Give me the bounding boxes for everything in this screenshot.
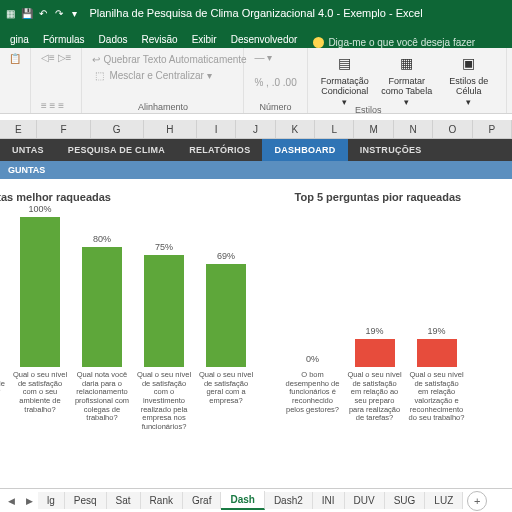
- tell-me[interactable]: Diga-me o que você deseja fazer: [313, 37, 475, 48]
- sheet-tab[interactable]: Pesq: [65, 492, 107, 509]
- cell-styles-button[interactable]: ▣ Estilos de Célula▾: [440, 51, 498, 107]
- sheet-tab[interactable]: lg: [38, 492, 65, 509]
- sheet-tab[interactable]: Rank: [141, 492, 183, 509]
- charts-area: perguntas melhor raqueadas 100%100%80%75…: [0, 179, 512, 449]
- categories: O bom desempenho de funcionários é recon…: [285, 371, 512, 423]
- ribbon-tab[interactable]: Desenvolvedor: [225, 31, 304, 48]
- sheet-tab[interactable]: Dash: [221, 491, 264, 510]
- sheet-tab[interactable]: Dash2: [265, 492, 313, 509]
- bar-rect: [206, 264, 246, 368]
- col-header[interactable]: H: [144, 120, 197, 138]
- col-header[interactable]: M: [354, 120, 393, 138]
- chart-title: Top 5 perguntas pior raqueadas: [295, 191, 512, 203]
- number-dropdown[interactable]: — ▾: [252, 51, 298, 64]
- ribbon-tab[interactable]: Revisão: [136, 31, 184, 48]
- ribbon-tab[interactable]: Exibir: [186, 31, 223, 48]
- nav-item[interactable]: RELATÓRIOS: [177, 139, 262, 161]
- bar-value-label: 0%: [306, 354, 319, 364]
- col-header[interactable]: O: [433, 120, 472, 138]
- sheet-tabs: ◀ ▶ lgPesqSatRankGrafDashDash2INIDUVSUGL…: [0, 488, 512, 512]
- bar: 100%: [12, 204, 68, 367]
- sheet-tab[interactable]: Sat: [107, 492, 141, 509]
- redo-icon[interactable]: ↷: [52, 7, 65, 20]
- wrap-icon: ↩: [92, 52, 100, 66]
- col-header[interactable]: E: [0, 120, 37, 138]
- nav-item[interactable]: UNTAS: [0, 139, 56, 161]
- fmt-table-label: Formatar como Tabela: [378, 76, 436, 96]
- merge-button[interactable]: ⬚Mesclar e Centralizar ▾: [90, 67, 235, 83]
- tell-me-label: Diga-me o que você deseja fazer: [328, 37, 475, 48]
- fmt-table-icon: ▦: [395, 51, 419, 75]
- ribbon-tab[interactable]: Fórmulas: [37, 31, 91, 48]
- wrap-text-button[interactable]: ↩Quebrar Texto Automaticamente: [90, 51, 235, 67]
- ribbon-tab[interactable]: gina: [4, 31, 35, 48]
- bar: 19%: [409, 326, 465, 368]
- sheet-tab[interactable]: LUZ: [425, 492, 463, 509]
- align-group-label: Alinhamento: [90, 102, 235, 112]
- bar-value-label: 80%: [93, 234, 111, 244]
- bar: 75%: [136, 242, 192, 368]
- cond-fmt-icon: ▤: [333, 51, 357, 75]
- ribbon-clipboard: 📋: [0, 48, 31, 113]
- bar: 0%: [285, 354, 341, 367]
- col-header[interactable]: J: [236, 120, 275, 138]
- undo-icon[interactable]: ↶: [36, 7, 49, 20]
- category-label: Qual o seu nível de satisfação geral com…: [198, 371, 254, 431]
- bar-value-label: 19%: [428, 326, 446, 336]
- format-table-button[interactable]: ▦ Formatar como Tabela▾: [378, 51, 436, 107]
- nav-row: UNTASPESQUISA DE CLIMARELATÓRIOSDASHBOAR…: [0, 139, 512, 161]
- sheet-tab[interactable]: INI: [313, 492, 345, 509]
- col-header[interactable]: K: [276, 120, 315, 138]
- bar: 100%: [0, 204, 6, 367]
- save-icon[interactable]: 💾: [20, 7, 33, 20]
- indent-decrease-icon[interactable]: ◁≡ ▷≡: [39, 51, 73, 64]
- excel-icon: ▦: [4, 7, 17, 20]
- category-label: Qual o seu nível de satisfação com o inv…: [136, 371, 192, 431]
- ribbon-tabs: gina Fórmulas Dados Revisão Exibir Desen…: [0, 26, 512, 48]
- tab-next-icon[interactable]: ▶: [20, 492, 38, 510]
- subnav-label: GUNTAS: [8, 165, 45, 175]
- align-icon[interactable]: ≡ ≡ ≡: [39, 99, 73, 112]
- col-header[interactable]: I: [197, 120, 236, 138]
- col-header[interactable]: L: [315, 120, 354, 138]
- ribbon-tab[interactable]: Dados: [93, 31, 134, 48]
- bars: 0%19%19%: [285, 217, 512, 367]
- conditional-format-button[interactable]: ▤ Formatação Condicional▾: [316, 51, 374, 107]
- wrap-label: Quebrar Texto Automaticamente: [103, 54, 246, 65]
- cell-styles-icon: ▣: [457, 51, 481, 75]
- category-label: Qual o seu nível de satisfação com o seu…: [12, 371, 68, 431]
- sheet-tab[interactable]: Graf: [183, 492, 221, 509]
- number-group-label: Número: [252, 102, 298, 112]
- cell-styles-label: Estilos de Célula: [440, 76, 498, 96]
- quick-access: ▦ 💾 ↶ ↷ ▾: [4, 7, 81, 20]
- bar: 80%: [74, 234, 130, 367]
- chart-title: perguntas melhor raqueadas: [0, 191, 267, 203]
- nav-item[interactable]: PESQUISA DE CLIMA: [56, 139, 177, 161]
- col-header[interactable]: F: [37, 120, 90, 138]
- sheet-tab[interactable]: SUG: [385, 492, 426, 509]
- bar-value-label: 75%: [155, 242, 173, 252]
- ribbon: 📋 ◁≡ ▷≡ ≡ ≡ ≡ ↩Quebrar Texto Automaticam…: [0, 48, 512, 114]
- clipboard-icon[interactable]: 📋: [8, 51, 22, 65]
- tab-prev-icon[interactable]: ◀: [2, 492, 20, 510]
- dropdown-icon[interactable]: ▾: [68, 7, 81, 20]
- nav-item[interactable]: DASHBOARD: [262, 139, 347, 161]
- add-sheet-icon[interactable]: +: [467, 491, 487, 511]
- styles-group-label: Estilos: [355, 105, 382, 115]
- col-header[interactable]: G: [91, 120, 144, 138]
- nav-item[interactable]: INSTRUÇÕES: [348, 139, 434, 161]
- bar-value-label: 19%: [366, 326, 384, 336]
- bar-rect: [82, 247, 122, 367]
- bar-rect: [144, 255, 184, 368]
- category-label: O bom desempenho de funcionários é recon…: [285, 371, 341, 423]
- bar-value-label: 100%: [28, 204, 51, 214]
- bar: 19%: [347, 326, 403, 368]
- sheet-tab[interactable]: DUV: [345, 492, 385, 509]
- number-icons[interactable]: % , .0 .00: [252, 76, 298, 89]
- chart-worst: Top 5 perguntas pior raqueadas 0%19%19% …: [285, 191, 512, 449]
- col-header[interactable]: N: [394, 120, 433, 138]
- subnav-row: GUNTAS: [0, 161, 512, 179]
- col-header[interactable]: P: [473, 120, 512, 138]
- bar-value-label: 69%: [217, 251, 235, 261]
- column-headers: EFGHIJKLMNOP: [0, 120, 512, 139]
